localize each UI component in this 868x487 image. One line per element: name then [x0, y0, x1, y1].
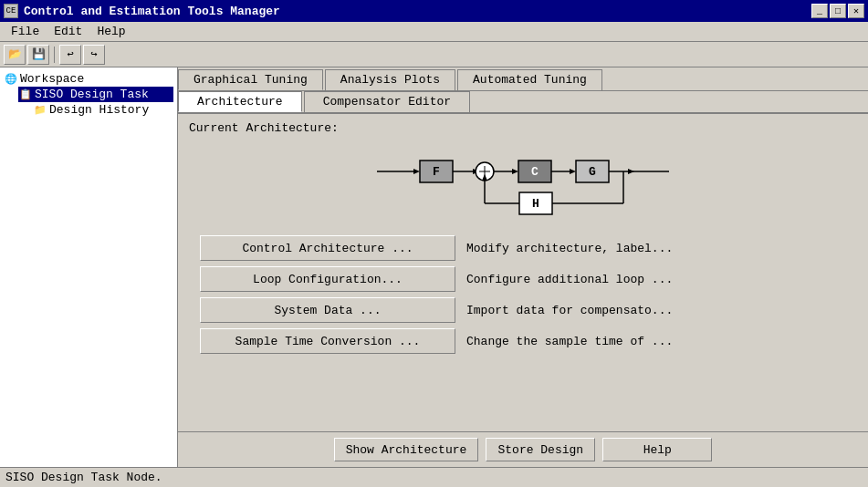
- tree-design-history[interactable]: 📁 Design History: [33, 102, 173, 118]
- button-row-control-arch: Control Architecture ... Modify architec…: [200, 235, 846, 261]
- svg-marker-1: [413, 169, 420, 174]
- maximize-button[interactable]: □: [830, 4, 846, 18]
- buttons-area: Control Architecture ... Modify architec…: [189, 235, 857, 354]
- tab-analysis-plots[interactable]: Analysis Plots: [325, 69, 455, 90]
- loop-config-desc: Configure additional loop ...: [466, 273, 673, 286]
- store-design-button[interactable]: Store Design: [486, 438, 595, 461]
- svg-text:F: F: [433, 165, 440, 179]
- block-diagram: F C: [189, 144, 857, 217]
- system-data-desc: Import data for compensato...: [466, 304, 673, 317]
- button-row-sample-time: Sample Time Conversion ... Change the sa…: [200, 328, 846, 354]
- window-title: Control and Estimation Tools Manager: [24, 5, 280, 18]
- toolbar-redo-button[interactable]: ↪: [83, 45, 105, 65]
- workspace-icon: 🌐: [4, 73, 18, 85]
- title-bar: CE Control and Estimation Tools Manager …: [0, 0, 868, 22]
- control-architecture-button[interactable]: Control Architecture ...: [200, 235, 455, 261]
- tree-siso-container: 📋 SISO Design Task 📁 Design History: [18, 87, 173, 118]
- tabs-row2: Architecture Compensator Editor: [178, 91, 868, 114]
- workspace-tree: 🌐 Workspace 📋 SISO Design Task 📁 Design …: [4, 71, 173, 118]
- sample-time-button[interactable]: Sample Time Conversion ...: [200, 328, 455, 354]
- menu-file[interactable]: File: [4, 23, 47, 40]
- bottom-bar: Show Architecture Store Design Help: [178, 431, 868, 467]
- arch-panel: Current Architecture: F: [178, 114, 868, 431]
- tree-workspace[interactable]: 🌐 Workspace: [4, 71, 173, 87]
- status-bar: SISO Design Task Node.: [0, 467, 868, 487]
- menu-edit[interactable]: Edit: [47, 23, 89, 40]
- design-history-label: Design History: [49, 103, 149, 117]
- svg-text:C: C: [531, 165, 539, 179]
- minimize-button[interactable]: _: [811, 4, 828, 18]
- tab-automated-tuning[interactable]: Automated Tuning: [457, 69, 602, 90]
- toolbar-open-button[interactable]: 📂: [4, 45, 26, 65]
- content-area: Graphical Tuning Analysis Plots Automate…: [178, 67, 868, 467]
- menu-help[interactable]: Help: [89, 23, 132, 40]
- tree-siso-design-task[interactable]: 📋 SISO Design Task: [18, 87, 173, 102]
- svg-marker-14: [570, 169, 576, 174]
- main-area: 🌐 Workspace 📋 SISO Design Task 📁 Design …: [0, 67, 868, 467]
- svg-marker-10: [512, 169, 518, 174]
- toolbar: 📂 💾 ↩ ↪: [0, 42, 868, 67]
- loop-configuration-button[interactable]: Loop Configuration...: [200, 266, 455, 292]
- tabs-row1: Graphical Tuning Analysis Plots Automate…: [178, 67, 868, 91]
- tab-compensator-editor[interactable]: Compensator Editor: [304, 91, 470, 112]
- tab-graphical-tuning[interactable]: Graphical Tuning: [178, 69, 323, 90]
- close-button[interactable]: ✕: [848, 4, 864, 18]
- siso-label: SISO Design Task: [35, 88, 149, 101]
- tab-architecture[interactable]: Architecture: [178, 91, 302, 112]
- show-architecture-button[interactable]: Show Architecture: [334, 438, 479, 461]
- help-button[interactable]: Help: [602, 438, 712, 461]
- workspace-label: Workspace: [20, 72, 84, 86]
- sidebar: 🌐 Workspace 📋 SISO Design Task 📁 Design …: [0, 67, 178, 467]
- toolbar-save-button[interactable]: 💾: [27, 45, 49, 65]
- menu-bar: File Edit Help: [0, 22, 868, 42]
- system-data-button[interactable]: System Data ...: [200, 297, 455, 323]
- status-text: SISO Design Task Node.: [5, 471, 162, 484]
- button-row-system-data: System Data ... Import data for compensa…: [200, 297, 846, 323]
- control-arch-desc: Modify architecture, label...: [466, 242, 673, 255]
- button-row-loop-config: Loop Configuration... Configure addition…: [200, 266, 846, 292]
- sample-time-desc: Change the sample time of ...: [466, 335, 673, 348]
- toolbar-separator: [54, 47, 55, 63]
- app-icon: CE: [4, 4, 18, 18]
- toolbar-undo-button[interactable]: ↩: [59, 45, 81, 65]
- svg-text:G: G: [589, 165, 596, 179]
- window-controls: _ □ ✕: [811, 4, 864, 18]
- svg-text:H: H: [532, 197, 539, 211]
- siso-icon: 📋: [18, 88, 33, 100]
- design-history-icon: 📁: [33, 104, 47, 116]
- current-arch-label: Current Architecture:: [189, 121, 857, 135]
- architecture-svg: F C: [377, 144, 669, 217]
- tree-design-history-container: 📁 Design History: [33, 102, 173, 118]
